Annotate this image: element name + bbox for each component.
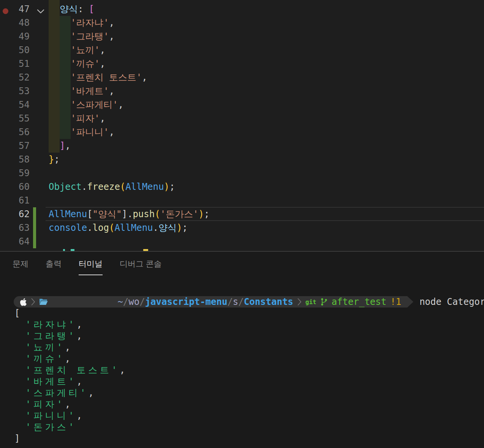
output-item: '파니니', bbox=[0, 410, 484, 421]
line-number[interactable]: 62 bbox=[0, 207, 30, 221]
code-token: , bbox=[142, 72, 147, 83]
line-number[interactable]: 51 bbox=[0, 57, 30, 71]
open-folder-icon bbox=[39, 298, 48, 305]
code-token: , bbox=[100, 45, 105, 55]
code-token: ) bbox=[164, 181, 169, 192]
code-token bbox=[49, 113, 71, 124]
code-token: [ bbox=[87, 209, 92, 219]
line-number[interactable]: 48 bbox=[0, 16, 30, 30]
code-token: '라자냐' bbox=[71, 17, 109, 28]
code-token: ( bbox=[155, 209, 160, 219]
code-token: [ bbox=[89, 4, 94, 14]
code-token: , bbox=[100, 58, 105, 69]
code-token: '파니니' bbox=[71, 127, 109, 137]
code-token: ) bbox=[199, 209, 204, 219]
line-number[interactable]: 52 bbox=[0, 71, 30, 84]
line-number[interactable]: 63 bbox=[0, 221, 30, 235]
code-token: , bbox=[65, 140, 70, 151]
code-token: "양식" bbox=[93, 209, 122, 219]
line-number[interactable]: 56 bbox=[0, 125, 30, 139]
tab-terminal[interactable]: 터미널 bbox=[79, 259, 103, 275]
editor-line[interactable]: 63 console.log(AllMenu.양식); bbox=[0, 221, 484, 235]
line-number[interactable]: 54 bbox=[0, 98, 30, 112]
tab-debug-console[interactable]: 디버그 콘솔 bbox=[120, 259, 162, 275]
output-item: '피자', bbox=[0, 399, 484, 410]
prompt-dir: wo bbox=[128, 297, 139, 307]
output-item: '스파게티', bbox=[0, 387, 484, 399]
editor-line[interactable]: 58 }; bbox=[0, 153, 484, 166]
prompt-separator: / bbox=[123, 297, 128, 307]
code-token: log bbox=[93, 222, 109, 233]
vscode-window: 47 양식: [ 48 '라자냐', 49 '그라탱', 50 '뇨끼', 51… bbox=[0, 0, 484, 448]
code-token: ; bbox=[204, 209, 209, 219]
editor-line[interactable]: 59 bbox=[0, 166, 484, 180]
code-token: AllMenu bbox=[125, 181, 164, 192]
line-number[interactable]: 50 bbox=[0, 43, 30, 57]
code-editor[interactable]: 47 양식: [ 48 '라자냐', 49 '그라탱', 50 '뇨끼', 51… bbox=[0, 0, 484, 251]
editor-line[interactable]: 47 양식: [ bbox=[0, 2, 484, 16]
code-token: push bbox=[133, 209, 155, 219]
code-token bbox=[49, 17, 71, 28]
code-token: '바게트' bbox=[71, 86, 109, 96]
code-token: '뇨끼' bbox=[71, 45, 100, 55]
git-branch-icon bbox=[320, 297, 328, 306]
code-token: AllMenu bbox=[114, 222, 153, 233]
editor-line[interactable]: 54 '스파게티', bbox=[0, 98, 484, 112]
apple-icon bbox=[20, 298, 27, 306]
line-number[interactable]: 47 bbox=[0, 2, 30, 16]
code-token: Object bbox=[49, 181, 82, 192]
code-token: ] bbox=[122, 209, 127, 219]
prompt-dir: s bbox=[233, 297, 238, 307]
editor-line[interactable]: 53 '바게트', bbox=[0, 84, 484, 98]
line-number[interactable]: 64 bbox=[0, 235, 30, 248]
code-token: freeze bbox=[87, 181, 120, 192]
panel-tab-bar: 문제 출력 터미널 디버그 콘솔 bbox=[13, 259, 162, 275]
editor-line[interactable]: 55 '피자', bbox=[0, 112, 484, 125]
editor-line[interactable]: 57 ], bbox=[0, 139, 484, 153]
line-number[interactable]: 60 bbox=[0, 180, 30, 194]
editor-line[interactable]: 48 '라자냐', bbox=[0, 16, 484, 30]
terminal-output: [ '라자냐', '그라탱', '뇨끼', '끼슈', '프렌치 토스트', '… bbox=[0, 308, 484, 444]
line-number[interactable]: 59 bbox=[0, 166, 30, 180]
code-token bbox=[49, 45, 71, 55]
output-item: '뇨끼', bbox=[0, 342, 484, 353]
code-token: AllMenu bbox=[49, 209, 87, 219]
code-token: '끼슈' bbox=[71, 58, 100, 69]
line-number[interactable]: 53 bbox=[0, 84, 30, 98]
line-number[interactable]: 55 bbox=[0, 112, 30, 125]
editor-line[interactable]: 56 '파니니', bbox=[0, 125, 484, 139]
code-token: , bbox=[118, 99, 123, 110]
git-branch-name: after_test bbox=[332, 297, 387, 307]
code-token: , bbox=[100, 113, 105, 124]
editor-line[interactable]: 62 AllMenu["양식"].push('돈가스'); bbox=[0, 207, 484, 221]
editor-line[interactable]: 50 '뇨끼', bbox=[0, 43, 484, 57]
git-label: git bbox=[305, 298, 316, 306]
code-token: . bbox=[127, 209, 133, 219]
editor-line[interactable]: 60 Object.freeze(AllMenu); bbox=[0, 180, 484, 194]
line-number[interactable]: 58 bbox=[0, 153, 30, 166]
editor-line[interactable]: 61 bbox=[0, 194, 484, 207]
output-item: '끼슈', bbox=[0, 353, 484, 364]
prompt-powerline-arrow bbox=[407, 296, 413, 308]
prompt-home: ~ bbox=[117, 297, 123, 307]
line-number[interactable]: 49 bbox=[0, 30, 30, 43]
editor-line[interactable]: 52 '프렌치 토스트', bbox=[0, 71, 484, 84]
editor-line[interactable]: 51 '끼슈', bbox=[0, 57, 484, 71]
code-token: ( bbox=[120, 181, 125, 192]
editor-line[interactable]: 64 bbox=[0, 235, 484, 248]
chevron-right-icon bbox=[297, 298, 302, 306]
code-token: , bbox=[109, 17, 114, 28]
editor-line[interactable]: 49 '그라탱', bbox=[0, 30, 484, 43]
code-token bbox=[49, 58, 71, 69]
git-dirty-count: !1 bbox=[390, 297, 401, 307]
code-token bbox=[49, 140, 60, 151]
code-token bbox=[49, 86, 71, 96]
code-token bbox=[49, 99, 71, 110]
code-token: , bbox=[109, 31, 114, 42]
code-token: console bbox=[49, 222, 87, 233]
tab-output[interactable]: 출력 bbox=[46, 259, 62, 275]
output-item: '바게트', bbox=[0, 376, 484, 387]
line-number[interactable]: 57 bbox=[0, 139, 30, 153]
tab-problems[interactable]: 문제 bbox=[13, 259, 28, 275]
line-number[interactable]: 61 bbox=[0, 194, 30, 207]
